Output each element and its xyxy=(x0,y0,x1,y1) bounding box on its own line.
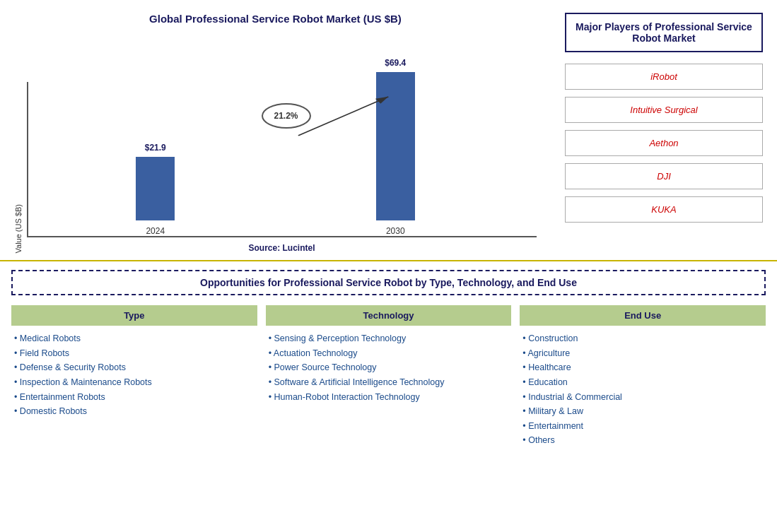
enduse-item-8: Others xyxy=(520,433,766,448)
bar-value-2024: $21.9 xyxy=(145,143,166,153)
bar-group-2024: $21.9 2024 xyxy=(136,143,175,236)
major-players-title: Major Players of Professional Service Ro… xyxy=(575,21,753,44)
chart-inner: 21.2% $21.9 2024 $69.4 2030 xyxy=(27,82,537,253)
bar-value-2030: $69.4 xyxy=(385,58,406,68)
column-header-technology: Technology xyxy=(266,305,512,326)
opportunities-title-box: Opportunities for Professional Service R… xyxy=(11,270,766,295)
type-item-1: Medical Robots xyxy=(11,331,257,346)
column-enduse: End Use Construction Agriculture Healthc… xyxy=(520,305,766,525)
enduse-item-3: Healthcare xyxy=(520,360,766,375)
player-intuitive: Intuitive Surgical xyxy=(565,97,763,123)
chart-wrapper: Value (US $B) 21.2% $21.9 2024 xyxy=(14,32,537,253)
player-dji: DJI xyxy=(565,163,763,189)
top-section: Global Professional Service Robot Market… xyxy=(0,0,777,261)
cagr-ellipse: 21.2% xyxy=(262,103,311,129)
bar-label-2024: 2024 xyxy=(146,226,165,236)
type-item-5: Entertainment Robots xyxy=(11,390,257,405)
type-items: Medical Robots Field Robots Defense & Se… xyxy=(11,331,257,419)
opportunities-title: Opportunities for Professional Service R… xyxy=(24,277,753,288)
enduse-item-7: Entertainment xyxy=(520,419,766,434)
columns-row: Type Medical Robots Field Robots Defense… xyxy=(11,305,766,525)
tech-item-3: Power Source Technology xyxy=(266,360,512,375)
source-text: Source: Lucintel xyxy=(27,243,537,253)
enduse-item-5: Industrial & Commercial xyxy=(520,390,766,405)
bars-container: 21.2% $21.9 2024 $69.4 2030 xyxy=(27,82,537,237)
cagr-annotation: 21.2% xyxy=(262,103,311,129)
tech-item-5: Human-Robot Interaction Technology xyxy=(266,390,512,405)
type-item-4: Inspection & Maintenance Robots xyxy=(11,375,257,390)
bar-2024 xyxy=(136,157,175,220)
svg-line-1 xyxy=(298,97,388,136)
major-players-area: Major Players of Professional Service Ro… xyxy=(551,0,777,260)
player-irobot: iRobot xyxy=(565,64,763,90)
bar-group-2030: $69.4 2030 xyxy=(376,58,415,236)
enduse-items: Construction Agriculture Healthcare Educ… xyxy=(520,331,766,448)
bottom-section: Opportunities for Professional Service R… xyxy=(0,261,777,532)
type-item-3: Defense & Security Robots xyxy=(11,360,257,375)
tech-item-4: Software & Artificial Intelligence Techn… xyxy=(266,375,512,390)
chart-title: Global Professional Service Robot Market… xyxy=(149,13,402,25)
main-container: Global Professional Service Robot Market… xyxy=(0,0,777,532)
type-item-2: Field Robots xyxy=(11,346,257,361)
tech-item-2: Actuation Technology xyxy=(266,346,512,361)
enduse-item-4: Education xyxy=(520,375,766,390)
major-players-box: Major Players of Professional Service Ro… xyxy=(565,13,763,52)
column-header-type: Type xyxy=(11,305,257,326)
type-item-6: Domestic Robots xyxy=(11,404,257,419)
enduse-item-1: Construction xyxy=(520,331,766,346)
column-type: Type Medical Robots Field Robots Defense… xyxy=(11,305,257,525)
enduse-item-2: Agriculture xyxy=(520,346,766,361)
bar-label-2030: 2030 xyxy=(386,226,405,236)
technology-items: Sensing & Perception Technology Actuatio… xyxy=(266,331,512,404)
player-aethon: Aethon xyxy=(565,130,763,156)
tech-item-1: Sensing & Perception Technology xyxy=(266,331,512,346)
chart-area: Global Professional Service Robot Market… xyxy=(0,0,551,260)
column-header-enduse: End Use xyxy=(520,305,766,326)
column-technology: Technology Sensing & Perception Technolo… xyxy=(266,305,512,525)
y-axis-label: Value (US $B) xyxy=(14,204,23,254)
bar-2030 xyxy=(376,72,415,220)
enduse-item-6: Military & Law xyxy=(520,404,766,419)
player-kuka: KUKA xyxy=(565,196,763,223)
